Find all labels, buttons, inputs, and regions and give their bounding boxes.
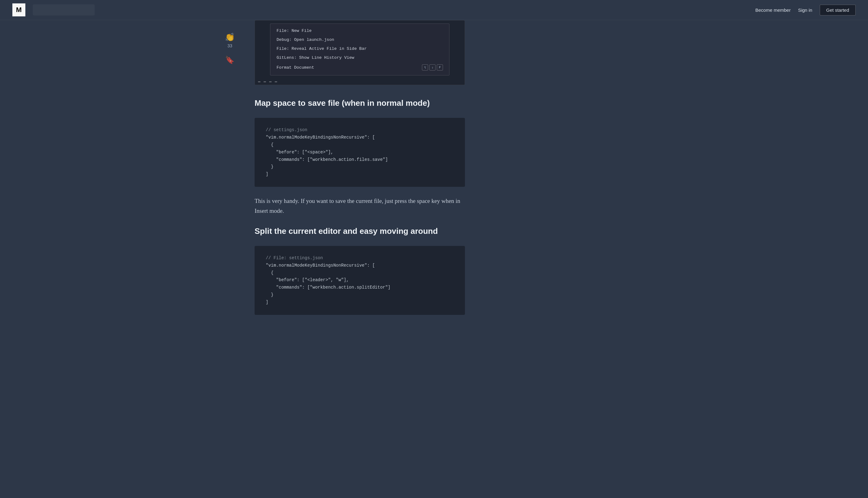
vscode-status-bar bbox=[255, 79, 465, 85]
section-1-heading: Map space to save file (when in normal m… bbox=[254, 97, 465, 108]
right-sidebar bbox=[477, 20, 589, 324]
shortcut-key-2: ⇧ bbox=[429, 64, 436, 70]
format-shortcuts: ⌥ ⇧ F bbox=[422, 64, 443, 70]
shortcut-key-3: F bbox=[437, 64, 443, 70]
clap-icon[interactable]: 👏 bbox=[225, 32, 235, 42]
code-block-2: // File: settings.json "vim.normalModeKe… bbox=[254, 246, 465, 315]
search-bar-placeholder bbox=[33, 4, 95, 15]
clap-count: 33 bbox=[227, 43, 232, 48]
header-left: M bbox=[12, 3, 95, 16]
menu-item-debug: Debug: Open launch.json bbox=[271, 35, 449, 44]
article-content: File: New File Debug: Open launch.json F… bbox=[242, 20, 477, 324]
shortcut-key-1: ⌥ bbox=[422, 64, 428, 70]
header-right: Become member Sign in Get started bbox=[755, 5, 856, 15]
menu-item-reveal: File: Reveal Active File in Side Bar bbox=[271, 44, 449, 53]
clap-container: 👏 33 bbox=[225, 32, 235, 48]
status-dot-2 bbox=[264, 81, 266, 82]
status-dot-3 bbox=[269, 81, 272, 82]
menu-item-new-file: File: New File bbox=[271, 26, 449, 35]
status-dot-4 bbox=[275, 81, 277, 82]
vscode-screenshot: File: New File Debug: Open launch.json F… bbox=[254, 20, 465, 85]
menu-item-gitlens: GitLens: Show Line History View bbox=[271, 53, 449, 62]
section-1-paragraph: This is very handy. If you want to save … bbox=[254, 196, 465, 216]
section-2-heading: Split the current editor and easy moving… bbox=[254, 225, 465, 237]
left-sidebar: 👏 33 🔖 bbox=[218, 20, 242, 64]
vscode-command-palette: File: New File Debug: Open launch.json F… bbox=[270, 24, 449, 76]
vscode-screenshot-container: File: New File Debug: Open launch.json F… bbox=[254, 20, 465, 85]
get-started-button[interactable]: Get started bbox=[820, 5, 856, 15]
code-block-1: // settings.json "vim.normalModeKeyBindi… bbox=[254, 118, 465, 187]
bookmark-icon[interactable]: 🔖 bbox=[225, 56, 235, 64]
sign-in-link[interactable]: Sign in bbox=[798, 8, 812, 13]
menu-item-format: Format Document ⌥ ⇧ F bbox=[271, 62, 449, 73]
main-container: 👏 33 🔖 File: New File Debug: Open launch… bbox=[218, 20, 650, 343]
page-header: M Become member Sign in Get started bbox=[0, 0, 868, 20]
status-dot-1 bbox=[258, 81, 261, 82]
become-member-link[interactable]: Become member bbox=[755, 8, 791, 13]
medium-logo[interactable]: M bbox=[12, 3, 25, 16]
